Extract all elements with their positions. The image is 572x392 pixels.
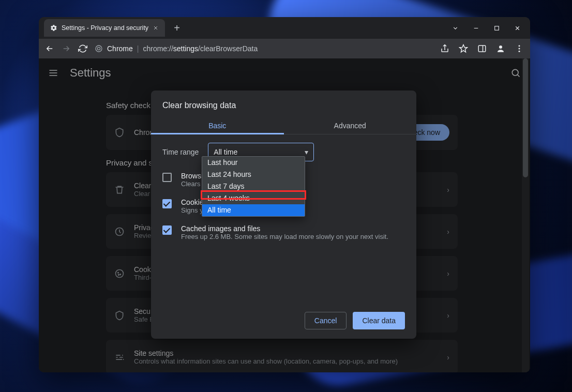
option-all-time[interactable]: All time <box>202 204 305 216</box>
option-cached[interactable]: Cached images and filesFrees up 2.6 MB. … <box>162 224 405 240</box>
hamburger-icon[interactable] <box>48 68 58 78</box>
svg-point-2 <box>97 47 100 50</box>
search-icon[interactable] <box>510 68 521 78</box>
cancel-button[interactable]: Cancel <box>305 312 347 329</box>
url-divider: | <box>137 44 139 53</box>
gear-icon <box>50 24 57 32</box>
checkbox[interactable] <box>162 225 172 235</box>
svg-point-12 <box>118 272 119 273</box>
svg-point-9 <box>512 69 518 76</box>
browser-tab[interactable]: Settings - Privacy and security <box>44 19 165 37</box>
svg-rect-3 <box>478 46 486 52</box>
browser-toolbar: Chrome | chrome://settings/clearBrowserD… <box>39 39 530 58</box>
chrome-logo-icon <box>95 44 103 53</box>
cookie-icon <box>114 268 125 279</box>
forward-button[interactable] <box>62 44 71 53</box>
tab-title: Settings - Privacy and security <box>62 24 148 32</box>
tab-advanced[interactable]: Advanced <box>284 117 417 134</box>
compass-icon <box>114 227 125 237</box>
option-last-7-days[interactable]: Last 7 days <box>202 180 305 192</box>
option-last-24-hours[interactable]: Last 24 hours <box>202 169 305 180</box>
dialog-title: Clear browsing data <box>151 91 416 117</box>
scrollbar-track[interactable] <box>522 58 529 372</box>
trash-icon <box>114 185 125 195</box>
row-site-settings[interactable]: Site settingsControls what information s… <box>106 340 458 372</box>
svg-point-13 <box>120 274 121 275</box>
url-path: chrome://settings/clearBrowserData <box>143 44 258 53</box>
tab-basic[interactable]: Basic <box>151 117 284 134</box>
checkbox[interactable] <box>162 199 172 208</box>
reload-button[interactable] <box>78 44 87 53</box>
chrome-window: Settings - Privacy and security + Chrome… <box>39 17 530 372</box>
profile-icon[interactable] <box>496 44 505 53</box>
address-bar[interactable]: Chrome | chrome://settings/clearBrowserD… <box>95 44 433 53</box>
svg-point-1 <box>96 46 102 52</box>
checkbox[interactable] <box>162 173 172 182</box>
chevron-right-icon: › <box>447 353 449 361</box>
chevron-right-icon: › <box>447 228 449 236</box>
shield-icon <box>114 310 125 321</box>
close-tab-icon[interactable] <box>153 25 159 31</box>
sliders-icon <box>114 352 125 363</box>
clear-data-button[interactable]: Clear data <box>353 312 405 329</box>
url-origin: Chrome <box>107 44 133 53</box>
chevron-down-icon: ▾ <box>305 148 308 156</box>
time-range-value: All time <box>214 148 237 156</box>
new-tab-button[interactable]: + <box>169 22 185 34</box>
share-icon[interactable] <box>440 44 449 53</box>
svg-point-8 <box>519 51 520 52</box>
time-range-label: Time range <box>162 148 199 156</box>
window-caption-buttons <box>450 23 530 33</box>
option-last-4-weeks[interactable]: Last 4 weeks <box>202 192 305 204</box>
minimize-button[interactable] <box>471 23 480 33</box>
shield-icon <box>114 127 125 138</box>
scrollbar-thumb[interactable] <box>523 58 528 177</box>
settings-header: Settings <box>39 58 530 87</box>
svg-point-11 <box>116 269 124 277</box>
time-range-dropdown: Last hour Last 24 hours Last 7 days Last… <box>202 156 305 217</box>
svg-point-7 <box>519 48 520 50</box>
svg-rect-0 <box>494 26 499 30</box>
maximize-button[interactable] <box>492 23 501 33</box>
back-button[interactable] <box>45 44 54 53</box>
svg-point-14 <box>118 274 119 275</box>
settings-content: Settings Safety check Chrome Check now P… <box>39 58 530 372</box>
menu-icon[interactable] <box>515 44 524 53</box>
side-panel-icon[interactable] <box>477 44 487 53</box>
svg-point-5 <box>499 46 502 49</box>
chevron-right-icon: › <box>447 269 449 278</box>
svg-point-6 <box>519 45 520 47</box>
bookmark-icon[interactable] <box>459 44 468 53</box>
chevron-down-icon[interactable] <box>450 23 460 33</box>
chevron-right-icon: › <box>447 311 449 320</box>
settings-title: Settings <box>70 66 111 80</box>
close-window-button[interactable] <box>513 23 522 33</box>
title-bar: Settings - Privacy and security + <box>39 17 530 39</box>
option-last-hour[interactable]: Last hour <box>202 157 305 169</box>
chevron-right-icon: › <box>447 186 449 194</box>
